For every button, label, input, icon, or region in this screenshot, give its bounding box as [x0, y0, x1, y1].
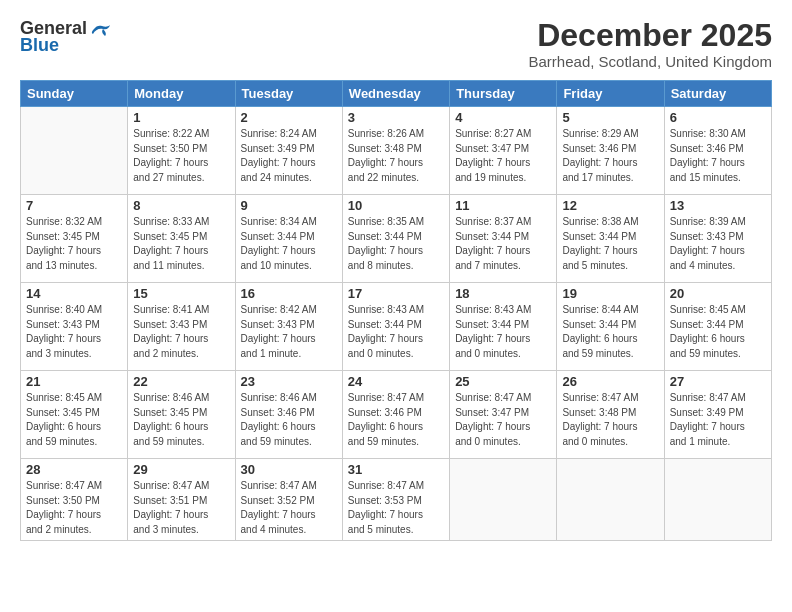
- logo-blue: Blue: [20, 35, 59, 56]
- day-number: 6: [670, 110, 766, 125]
- day-number: 20: [670, 286, 766, 301]
- day-number: 12: [562, 198, 658, 213]
- day-number: 25: [455, 374, 551, 389]
- cell-content: Sunrise: 8:47 AMSunset: 3:46 PMDaylight:…: [348, 391, 444, 449]
- day-number: 29: [133, 462, 229, 477]
- day-number: 26: [562, 374, 658, 389]
- day-number: 5: [562, 110, 658, 125]
- header-monday: Monday: [128, 81, 235, 107]
- day-number: 14: [26, 286, 122, 301]
- cell-content: Sunrise: 8:44 AMSunset: 3:44 PMDaylight:…: [562, 303, 658, 361]
- location: Barrhead, Scotland, United Kingdom: [529, 53, 772, 70]
- day-number: 30: [241, 462, 337, 477]
- day-number: 18: [455, 286, 551, 301]
- table-row: 24Sunrise: 8:47 AMSunset: 3:46 PMDayligh…: [342, 371, 449, 459]
- table-row: 3Sunrise: 8:26 AMSunset: 3:48 PMDaylight…: [342, 107, 449, 195]
- table-row: 2Sunrise: 8:24 AMSunset: 3:49 PMDaylight…: [235, 107, 342, 195]
- table-row: 13Sunrise: 8:39 AMSunset: 3:43 PMDayligh…: [664, 195, 771, 283]
- cell-content: Sunrise: 8:32 AMSunset: 3:45 PMDaylight:…: [26, 215, 122, 273]
- cell-content: Sunrise: 8:22 AMSunset: 3:50 PMDaylight:…: [133, 127, 229, 185]
- cell-content: Sunrise: 8:43 AMSunset: 3:44 PMDaylight:…: [455, 303, 551, 361]
- table-row: 6Sunrise: 8:30 AMSunset: 3:46 PMDaylight…: [664, 107, 771, 195]
- table-row: 18Sunrise: 8:43 AMSunset: 3:44 PMDayligh…: [450, 283, 557, 371]
- table-row: 19Sunrise: 8:44 AMSunset: 3:44 PMDayligh…: [557, 283, 664, 371]
- day-number: 22: [133, 374, 229, 389]
- table-row: 14Sunrise: 8:40 AMSunset: 3:43 PMDayligh…: [21, 283, 128, 371]
- table-row: 16Sunrise: 8:42 AMSunset: 3:43 PMDayligh…: [235, 283, 342, 371]
- table-row: 4Sunrise: 8:27 AMSunset: 3:47 PMDaylight…: [450, 107, 557, 195]
- day-number: 15: [133, 286, 229, 301]
- day-number: 4: [455, 110, 551, 125]
- table-row: [664, 459, 771, 541]
- cell-content: Sunrise: 8:47 AMSunset: 3:48 PMDaylight:…: [562, 391, 658, 449]
- table-row: 9Sunrise: 8:34 AMSunset: 3:44 PMDaylight…: [235, 195, 342, 283]
- table-row: 11Sunrise: 8:37 AMSunset: 3:44 PMDayligh…: [450, 195, 557, 283]
- title-block: December 2025 Barrhead, Scotland, United…: [529, 18, 772, 70]
- table-row: 5Sunrise: 8:29 AMSunset: 3:46 PMDaylight…: [557, 107, 664, 195]
- day-number: 1: [133, 110, 229, 125]
- cell-content: Sunrise: 8:47 AMSunset: 3:51 PMDaylight:…: [133, 479, 229, 537]
- cell-content: Sunrise: 8:40 AMSunset: 3:43 PMDaylight:…: [26, 303, 122, 361]
- table-row: 8Sunrise: 8:33 AMSunset: 3:45 PMDaylight…: [128, 195, 235, 283]
- day-number: 7: [26, 198, 122, 213]
- table-row: 1Sunrise: 8:22 AMSunset: 3:50 PMDaylight…: [128, 107, 235, 195]
- table-row: 12Sunrise: 8:38 AMSunset: 3:44 PMDayligh…: [557, 195, 664, 283]
- table-row: 30Sunrise: 8:47 AMSunset: 3:52 PMDayligh…: [235, 459, 342, 541]
- cell-content: Sunrise: 8:33 AMSunset: 3:45 PMDaylight:…: [133, 215, 229, 273]
- header-sunday: Sunday: [21, 81, 128, 107]
- cell-content: Sunrise: 8:46 AMSunset: 3:45 PMDaylight:…: [133, 391, 229, 449]
- cell-content: Sunrise: 8:41 AMSunset: 3:43 PMDaylight:…: [133, 303, 229, 361]
- table-row: 27Sunrise: 8:47 AMSunset: 3:49 PMDayligh…: [664, 371, 771, 459]
- table-row: 22Sunrise: 8:46 AMSunset: 3:45 PMDayligh…: [128, 371, 235, 459]
- logo-bird-icon: [89, 20, 111, 38]
- cell-content: Sunrise: 8:35 AMSunset: 3:44 PMDaylight:…: [348, 215, 444, 273]
- day-number: 8: [133, 198, 229, 213]
- table-row: 21Sunrise: 8:45 AMSunset: 3:45 PMDayligh…: [21, 371, 128, 459]
- day-number: 10: [348, 198, 444, 213]
- cell-content: Sunrise: 8:24 AMSunset: 3:49 PMDaylight:…: [241, 127, 337, 185]
- header-tuesday: Tuesday: [235, 81, 342, 107]
- day-number: 16: [241, 286, 337, 301]
- day-number: 11: [455, 198, 551, 213]
- cell-content: Sunrise: 8:43 AMSunset: 3:44 PMDaylight:…: [348, 303, 444, 361]
- calendar-header-row: Sunday Monday Tuesday Wednesday Thursday…: [21, 81, 772, 107]
- month-title: December 2025: [529, 18, 772, 53]
- day-number: 13: [670, 198, 766, 213]
- day-number: 24: [348, 374, 444, 389]
- table-row: 25Sunrise: 8:47 AMSunset: 3:47 PMDayligh…: [450, 371, 557, 459]
- logo: General Blue: [20, 18, 111, 56]
- day-number: 19: [562, 286, 658, 301]
- header-thursday: Thursday: [450, 81, 557, 107]
- cell-content: Sunrise: 8:47 AMSunset: 3:50 PMDaylight:…: [26, 479, 122, 537]
- header: General Blue December 2025 Barrhead, Sco…: [20, 18, 772, 70]
- cell-content: Sunrise: 8:47 AMSunset: 3:53 PMDaylight:…: [348, 479, 444, 537]
- cell-content: Sunrise: 8:39 AMSunset: 3:43 PMDaylight:…: [670, 215, 766, 273]
- table-row: 29Sunrise: 8:47 AMSunset: 3:51 PMDayligh…: [128, 459, 235, 541]
- table-row: 10Sunrise: 8:35 AMSunset: 3:44 PMDayligh…: [342, 195, 449, 283]
- table-row: 17Sunrise: 8:43 AMSunset: 3:44 PMDayligh…: [342, 283, 449, 371]
- cell-content: Sunrise: 8:42 AMSunset: 3:43 PMDaylight:…: [241, 303, 337, 361]
- cell-content: Sunrise: 8:26 AMSunset: 3:48 PMDaylight:…: [348, 127, 444, 185]
- header-wednesday: Wednesday: [342, 81, 449, 107]
- day-number: 31: [348, 462, 444, 477]
- cell-content: Sunrise: 8:38 AMSunset: 3:44 PMDaylight:…: [562, 215, 658, 273]
- cell-content: Sunrise: 8:29 AMSunset: 3:46 PMDaylight:…: [562, 127, 658, 185]
- table-row: 23Sunrise: 8:46 AMSunset: 3:46 PMDayligh…: [235, 371, 342, 459]
- table-row: 7Sunrise: 8:32 AMSunset: 3:45 PMDaylight…: [21, 195, 128, 283]
- cell-content: Sunrise: 8:34 AMSunset: 3:44 PMDaylight:…: [241, 215, 337, 273]
- table-row: 26Sunrise: 8:47 AMSunset: 3:48 PMDayligh…: [557, 371, 664, 459]
- header-friday: Friday: [557, 81, 664, 107]
- table-row: [21, 107, 128, 195]
- table-row: 15Sunrise: 8:41 AMSunset: 3:43 PMDayligh…: [128, 283, 235, 371]
- cell-content: Sunrise: 8:47 AMSunset: 3:47 PMDaylight:…: [455, 391, 551, 449]
- day-number: 27: [670, 374, 766, 389]
- day-number: 21: [26, 374, 122, 389]
- day-number: 9: [241, 198, 337, 213]
- day-number: 28: [26, 462, 122, 477]
- cell-content: Sunrise: 8:47 AMSunset: 3:52 PMDaylight:…: [241, 479, 337, 537]
- day-number: 23: [241, 374, 337, 389]
- cell-content: Sunrise: 8:47 AMSunset: 3:49 PMDaylight:…: [670, 391, 766, 449]
- day-number: 2: [241, 110, 337, 125]
- cell-content: Sunrise: 8:45 AMSunset: 3:45 PMDaylight:…: [26, 391, 122, 449]
- header-saturday: Saturday: [664, 81, 771, 107]
